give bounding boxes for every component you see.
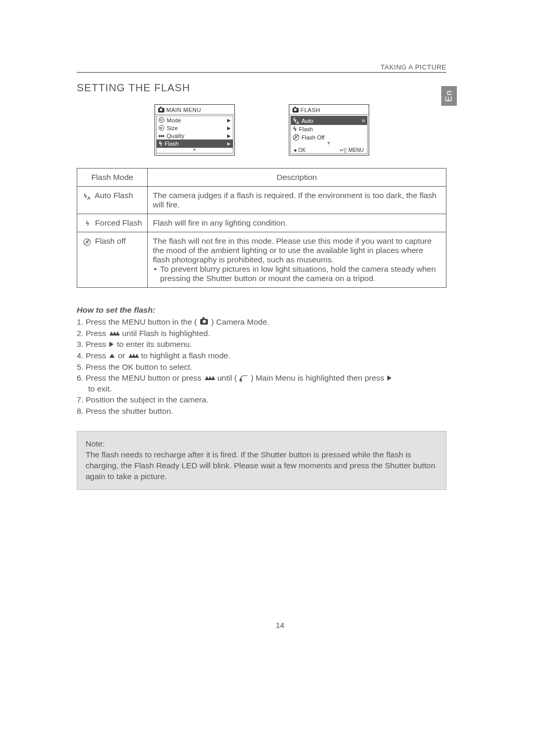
step-3: 3. Press to enter its submenu. bbox=[77, 339, 446, 349]
desc-bullet: To prevent blurry pictures in low light … bbox=[153, 264, 441, 283]
menu-screenshots: MAIN MENU M Mode ▶ Size ▶ ♦♦♦ bbox=[77, 104, 446, 156]
flash-row-off: ϟ Flash Off bbox=[291, 133, 367, 141]
flash-icon: ϟ bbox=[159, 141, 162, 147]
col-header-mode: Flash Mode bbox=[77, 169, 148, 187]
step-7: 7. Position the subject in the camera. bbox=[77, 395, 446, 405]
flash-menu-title: FLASH bbox=[289, 105, 369, 115]
flash-menu-title-text: FLASH bbox=[301, 107, 320, 113]
menu-label: Size bbox=[167, 125, 225, 131]
flash-icon: ϟ bbox=[293, 126, 297, 133]
right-arrow-icon bbox=[387, 375, 391, 381]
camera-icon bbox=[158, 108, 164, 113]
col-header-desc: Description bbox=[147, 169, 446, 187]
quality-icon: ♦♦♦ bbox=[159, 133, 164, 138]
camera-icon bbox=[292, 108, 299, 113]
menu-label: Auto bbox=[302, 118, 359, 124]
step-2: 2. Press until Flash is highlighted. bbox=[77, 328, 446, 339]
note-box: Note: The flash needs to recharge after … bbox=[77, 431, 446, 490]
flash-menu-list: ϟA Auto ϟ Flash ϟ Flash Off ▼ ● OK bbox=[290, 116, 368, 154]
table-row: ϟ Forced Flash Flash will fire in any li… bbox=[77, 214, 446, 232]
chapter-header: TAKING A PICTURE bbox=[77, 63, 446, 73]
flash-mode-table: Flash Mode Description ϟA Auto Flash The… bbox=[77, 168, 446, 288]
scroll-down-icon: ▼ bbox=[157, 148, 233, 153]
flash-row-flash: ϟ Flash bbox=[291, 125, 367, 133]
desc-cell: The flash will not fire in this mode. Pl… bbox=[147, 232, 446, 288]
flash-menu-footer: ● OK ↵▯ MENU bbox=[291, 146, 367, 153]
target-icon bbox=[159, 125, 164, 131]
content-column: TAKING A PICTURE SETTING THE FLASH MAIN … bbox=[77, 63, 446, 490]
up-arrows-icon bbox=[109, 331, 119, 335]
menu-label: Flash bbox=[165, 141, 225, 147]
up-arrows-icon bbox=[129, 354, 138, 358]
menu-row-flash: ϟ Flash ▶ bbox=[157, 139, 233, 148]
menu-label: Flash bbox=[299, 126, 365, 132]
main-menu-list: M Mode ▶ Size ▶ ♦♦♦ Quality ▶ bbox=[156, 116, 233, 153]
arrow-right-icon: ▶ bbox=[227, 133, 231, 138]
page-number: 14 bbox=[0, 621, 560, 630]
up-arrow-icon bbox=[109, 354, 115, 358]
desc-text: The flash will not fire in this mode. Pl… bbox=[153, 236, 441, 264]
note-body: The flash needs to recharge after it is … bbox=[86, 450, 438, 482]
mode-name: Auto Flash bbox=[94, 191, 133, 200]
flash-row-auto: ϟA Auto bbox=[291, 116, 367, 125]
mode-cell: ϟ Flash off bbox=[77, 232, 148, 288]
step-5: 5. Press the OK button to select. bbox=[77, 362, 446, 372]
arrow-right-icon: ▶ bbox=[227, 125, 231, 131]
arrow-right-icon: ▶ bbox=[227, 118, 231, 123]
arrow-right-icon: ▶ bbox=[227, 141, 231, 146]
flash-auto-icon: ϟA bbox=[293, 117, 299, 124]
right-arrow-icon bbox=[109, 342, 114, 347]
note-label: Note: bbox=[86, 439, 438, 450]
menu-row-mode: M Mode ▶ bbox=[157, 116, 233, 124]
desc-cell: Flash will fire in any lighting conditio… bbox=[147, 214, 446, 232]
footer-menu: ↵▯ MENU bbox=[340, 147, 363, 153]
menu-label: Mode bbox=[167, 117, 225, 123]
selected-dot-icon bbox=[362, 119, 365, 122]
mode-name: Flash off bbox=[95, 236, 125, 245]
main-menu-panel: MAIN MENU M Mode ▶ Size ▶ ♦♦♦ bbox=[155, 104, 235, 156]
menu-row-size: Size ▶ bbox=[157, 124, 233, 132]
footer-ok: ● OK bbox=[294, 147, 306, 153]
menu-label: Quality bbox=[166, 133, 224, 139]
desc-cell: The camera judges if a flash is required… bbox=[147, 187, 446, 214]
menu-row-quality: ♦♦♦ Quality ▶ bbox=[157, 132, 233, 139]
step-8: 8. Press the shutter button. bbox=[77, 406, 446, 416]
howto-title: How to set the flash: bbox=[77, 305, 446, 315]
mode-cell: ϟ Forced Flash bbox=[77, 214, 148, 232]
flash-icon: ϟ bbox=[82, 220, 92, 227]
section-title: SETTING THE FLASH bbox=[77, 82, 446, 94]
step-1: 1. Press the MENU button in the ( ) Came… bbox=[77, 317, 446, 327]
menu-label: Flash Off bbox=[302, 134, 365, 141]
main-menu-title-text: MAIN MENU bbox=[166, 107, 201, 113]
scroll-down-icon: ▼ bbox=[291, 141, 367, 146]
table-row: ϟA Auto Flash The camera judges if a fla… bbox=[77, 187, 446, 214]
main-menu-title: MAIN MENU bbox=[155, 105, 234, 115]
language-tab: En bbox=[441, 86, 457, 106]
flash-menu-panel: FLASH ϟA Auto ϟ Flash ϟ Flash Off bbox=[289, 104, 369, 156]
table-row: ϟ Flash off The flash will not fire in t… bbox=[77, 232, 446, 288]
step-4: 4. Press or to highlight a flash mode. bbox=[77, 351, 446, 361]
return-icon bbox=[240, 375, 247, 381]
mode-name: Forced Flash bbox=[95, 218, 142, 227]
page: TAKING A PICTURE SETTING THE FLASH MAIN … bbox=[0, 0, 560, 741]
camera-icon bbox=[200, 319, 208, 325]
table-header-row: Flash Mode Description bbox=[77, 169, 446, 187]
step-6: 6. Press the MENU button or press until … bbox=[77, 373, 446, 394]
flash-auto-icon: ϟA bbox=[82, 193, 92, 201]
flash-off-icon: ϟ bbox=[82, 236, 92, 246]
mode-icon: M bbox=[159, 117, 164, 123]
mode-cell: ϟA Auto Flash bbox=[77, 187, 148, 214]
flash-off-icon: ϟ bbox=[293, 134, 299, 141]
up-arrows-icon bbox=[205, 376, 214, 380]
howto-steps: 1. Press the MENU button in the ( ) Came… bbox=[77, 317, 446, 416]
